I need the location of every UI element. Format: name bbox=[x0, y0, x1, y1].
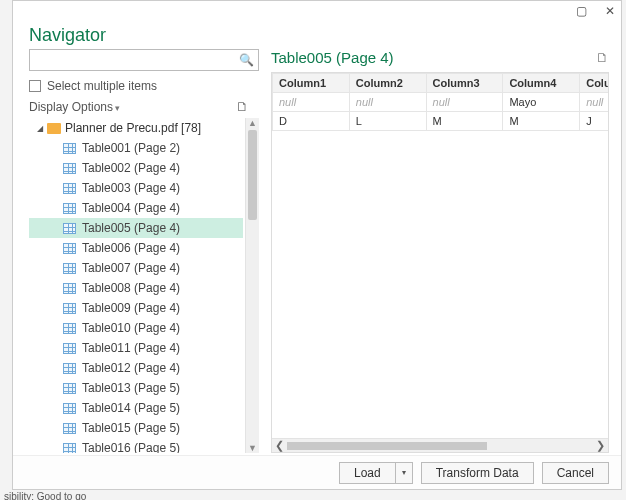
tree-item[interactable]: Table009 (Page 4) bbox=[29, 298, 243, 318]
collapse-icon[interactable]: ◢ bbox=[37, 124, 43, 133]
table-icon bbox=[63, 203, 76, 214]
column-header[interactable]: Column3 bbox=[426, 74, 503, 93]
table-cell[interactable]: D bbox=[273, 112, 350, 131]
search-input-wrap[interactable]: 🔍 bbox=[29, 49, 259, 71]
load-button-split: Load ▾ bbox=[339, 462, 413, 484]
table-cell[interactable]: M bbox=[503, 112, 580, 131]
tree-item[interactable]: Table011 (Page 4) bbox=[29, 338, 243, 358]
refresh-icon[interactable]: 🗋 bbox=[236, 99, 249, 114]
transform-data-button[interactable]: Transform Data bbox=[421, 462, 534, 484]
table-cell[interactable]: null bbox=[349, 93, 426, 112]
load-dropdown[interactable]: ▾ bbox=[395, 462, 413, 484]
table-icon bbox=[63, 183, 76, 194]
table-icon bbox=[63, 403, 76, 414]
table-icon bbox=[63, 383, 76, 394]
table-cell[interactable]: null bbox=[426, 93, 503, 112]
table-icon bbox=[63, 343, 76, 354]
select-multiple-checkbox[interactable]: Select multiple items bbox=[29, 79, 259, 93]
table-icon bbox=[63, 223, 76, 234]
search-icon[interactable]: 🔍 bbox=[239, 53, 254, 67]
table-cell[interactable]: M bbox=[426, 112, 503, 131]
load-button[interactable]: Load bbox=[339, 462, 395, 484]
tree-item[interactable]: Table002 (Page 4) bbox=[29, 158, 243, 178]
table-cell[interactable]: L bbox=[349, 112, 426, 131]
column-header[interactable]: Column1 bbox=[273, 74, 350, 93]
column-header[interactable]: Column4 bbox=[503, 74, 580, 93]
scroll-thumb[interactable] bbox=[248, 130, 257, 220]
tree-item[interactable]: Table016 (Page 5) bbox=[29, 438, 243, 453]
tree-item[interactable]: Table006 (Page 4) bbox=[29, 238, 243, 258]
status-bar: sibility: Good to go bbox=[0, 491, 86, 500]
table-icon bbox=[63, 143, 76, 154]
table-icon bbox=[63, 423, 76, 434]
column-header[interactable]: Column2 bbox=[349, 74, 426, 93]
table-icon bbox=[63, 323, 76, 334]
tree-item[interactable]: Table005 (Page 4) bbox=[29, 218, 243, 238]
tree-item[interactable]: Table014 (Page 5) bbox=[29, 398, 243, 418]
tree-item[interactable]: Table004 (Page 4) bbox=[29, 198, 243, 218]
column-header[interactable]: Column5 bbox=[580, 74, 609, 93]
horizontal-scrollbar[interactable]: ❮ ❯ bbox=[272, 438, 608, 452]
preview-grid: Column1Column2Column3Column4Column5Colum… bbox=[272, 73, 609, 131]
table-icon bbox=[63, 363, 76, 374]
tree-item[interactable]: Table012 (Page 4) bbox=[29, 358, 243, 378]
scroll-left-icon[interactable]: ❮ bbox=[272, 439, 287, 452]
table-row[interactable]: nullnullnullMayonullnull bbox=[273, 93, 610, 112]
table-icon bbox=[63, 283, 76, 294]
tree-item[interactable]: Table008 (Page 4) bbox=[29, 278, 243, 298]
tree-item-label: Table015 (Page 5) bbox=[82, 421, 180, 435]
tree-item-label: Table010 (Page 4) bbox=[82, 321, 180, 335]
tree-item[interactable]: Table010 (Page 4) bbox=[29, 318, 243, 338]
close-icon[interactable]: ✕ bbox=[605, 5, 615, 17]
navigator-dialog: ▢ ✕ Navigator 🔍 Select multiple items Di… bbox=[12, 0, 622, 490]
tree-item-label: Table008 (Page 4) bbox=[82, 281, 180, 295]
tree-item-label: Table001 (Page 2) bbox=[82, 141, 180, 155]
tree-item[interactable]: Table013 (Page 5) bbox=[29, 378, 243, 398]
left-pane: 🔍 Select multiple items Display Options▾… bbox=[13, 49, 259, 453]
scroll-right-icon[interactable]: ❯ bbox=[593, 439, 608, 452]
tree-root[interactable]: ◢ Planner de Precu.pdf [78] bbox=[29, 118, 243, 138]
hscroll-thumb[interactable] bbox=[287, 442, 487, 450]
table-icon bbox=[63, 443, 76, 454]
scroll-down-icon[interactable]: ▼ bbox=[246, 443, 259, 453]
tree-item[interactable]: Table007 (Page 4) bbox=[29, 258, 243, 278]
tree-item-label: Table014 (Page 5) bbox=[82, 401, 180, 415]
tree-item-label: Table003 (Page 4) bbox=[82, 181, 180, 195]
tree-item-label: Table012 (Page 4) bbox=[82, 361, 180, 375]
folder-icon bbox=[47, 123, 61, 134]
tree-item-label: Table002 (Page 4) bbox=[82, 161, 180, 175]
tree-root-label: Planner de Precu.pdf [78] bbox=[65, 121, 201, 135]
tree-item-label: Table005 (Page 4) bbox=[82, 221, 180, 235]
vertical-scrollbar[interactable]: ▲ ▼ bbox=[245, 118, 259, 453]
tree-item-label: Table009 (Page 4) bbox=[82, 301, 180, 315]
search-input[interactable] bbox=[34, 53, 239, 67]
tree-item[interactable]: Table001 (Page 2) bbox=[29, 138, 243, 158]
footer: Load ▾ Transform Data Cancel bbox=[13, 455, 621, 489]
table-icon bbox=[63, 243, 76, 254]
table-cell[interactable]: null bbox=[273, 93, 350, 112]
scroll-up-icon[interactable]: ▲ bbox=[246, 118, 259, 128]
table-icon bbox=[63, 303, 76, 314]
table-cell[interactable]: J bbox=[580, 112, 609, 131]
display-options-dropdown[interactable]: Display Options▾ bbox=[29, 100, 120, 114]
cancel-button[interactable]: Cancel bbox=[542, 462, 609, 484]
right-pane: Table005 (Page 4) 🗋 Column1Column2Column… bbox=[259, 49, 621, 453]
table-cell[interactable]: null bbox=[580, 93, 609, 112]
table-row[interactable]: DLMMJVS bbox=[273, 112, 610, 131]
preview-title: Table005 (Page 4) bbox=[271, 49, 394, 66]
checkbox-icon[interactable] bbox=[29, 80, 41, 92]
tree-item-label: Table013 (Page 5) bbox=[82, 381, 180, 395]
table-cell[interactable]: Mayo bbox=[503, 93, 580, 112]
tree-item-label: Table006 (Page 4) bbox=[82, 241, 180, 255]
table-icon bbox=[63, 263, 76, 274]
tree-item-label: Table011 (Page 4) bbox=[82, 341, 180, 355]
maximize-icon[interactable]: ▢ bbox=[576, 5, 587, 17]
preview-grid-wrap: Column1Column2Column3Column4Column5Colum… bbox=[271, 72, 609, 453]
table-icon bbox=[63, 163, 76, 174]
tree-item-label: Table016 (Page 5) bbox=[82, 441, 180, 453]
preview-options-icon[interactable]: 🗋 bbox=[596, 50, 609, 65]
titlebar: ▢ ✕ bbox=[13, 1, 621, 21]
tree-item[interactable]: Table015 (Page 5) bbox=[29, 418, 243, 438]
checkbox-label: Select multiple items bbox=[47, 79, 157, 93]
tree-item[interactable]: Table003 (Page 4) bbox=[29, 178, 243, 198]
